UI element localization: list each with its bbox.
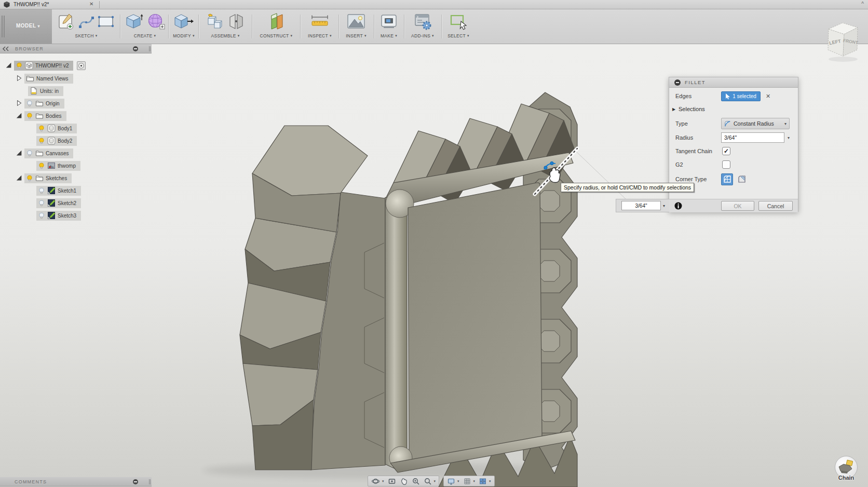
zoom-window-icon[interactable] (424, 477, 432, 485)
tangent-chain-checkbox[interactable]: ✓ (722, 147, 730, 155)
panel-options-icon[interactable] (133, 479, 138, 484)
tree-row-root[interactable]: THWOMP!! v2 (5, 60, 86, 71)
tree-row[interactable]: Sketch3 (36, 210, 81, 221)
tree-row[interactable]: Body2 (36, 136, 77, 146)
toolbar-group-addins[interactable]: ADD-INS▾ (405, 9, 440, 44)
new-component-icon[interactable] (206, 12, 225, 31)
look-at-icon[interactable] (388, 477, 396, 485)
expand-open-icon[interactable] (16, 112, 23, 119)
3d-print-icon[interactable] (379, 12, 398, 31)
expand-open-icon[interactable] (16, 150, 23, 157)
toolbar-group-make[interactable]: MAKE▾ (375, 9, 403, 44)
panel-resize-grip[interactable] (149, 479, 151, 484)
expand-section-icon[interactable]: ▶ (672, 107, 675, 112)
zoom-in-icon[interactable] (412, 477, 420, 485)
toolbar-group-construct[interactable]: CONSTRUCT▾ (253, 9, 299, 44)
bulb-on-icon[interactable] (26, 174, 33, 182)
chevron-down-icon[interactable]: ▾ (382, 479, 384, 483)
workspace-switcher[interactable]: MODEL ▾ (0, 9, 52, 44)
info-icon[interactable] (674, 202, 682, 210)
new-body-box-icon[interactable] (125, 12, 144, 31)
tree-row[interactable]: Body1 (36, 123, 77, 133)
tree-row[interactable]: Sketch1 (36, 185, 81, 196)
tree-row[interactable]: Origin (16, 98, 64, 109)
press-pull-icon[interactable] (173, 12, 194, 31)
pan-icon[interactable] (400, 477, 408, 485)
toolbar-group-modify[interactable]: MODIFY▾ (170, 9, 198, 44)
collapse-panel-icon[interactable] (3, 46, 9, 51)
panel-resize-grip[interactable] (149, 46, 151, 51)
bulb-on-icon[interactable] (38, 162, 45, 170)
chevron-down-icon[interactable]: ▾ (434, 479, 436, 483)
floating-radius-input[interactable]: 3/64" (621, 201, 661, 210)
toolbar-group-sketch[interactable]: SKETCH▾ (53, 9, 119, 44)
joint-icon[interactable] (227, 12, 245, 31)
fillet-dialog-header[interactable]: FILLET (669, 77, 798, 88)
scripts-addins-icon[interactable] (413, 12, 432, 31)
toolbar-group-inspect[interactable]: INSPECT▾ (302, 9, 338, 44)
tree-row[interactable]: Units: in (28, 86, 63, 96)
bulb-off-icon[interactable] (26, 150, 33, 157)
orbit-icon[interactable] (371, 477, 380, 485)
viewports-icon[interactable] (479, 477, 487, 485)
radius-input[interactable]: 3/64" (721, 132, 784, 143)
sketch-rectangle-icon[interactable] (97, 12, 115, 31)
chevron-down-icon[interactable]: ▾ (489, 479, 491, 483)
selections-row[interactable]: ▶ Selections (669, 103, 798, 115)
construction-plane-icon[interactable] (266, 12, 286, 31)
thwomp-model[interactable] (202, 92, 626, 487)
expand-open-icon[interactable] (16, 174, 23, 182)
bulb-on-icon[interactable] (38, 125, 45, 132)
bulb-on-icon[interactable] (26, 112, 33, 120)
expand-closed-icon[interactable] (16, 100, 23, 107)
toolbar-group-select[interactable]: SELECT▾ (442, 9, 474, 44)
spline-icon[interactable] (78, 12, 94, 31)
tree-row[interactable]: Bodies (16, 111, 66, 121)
bulb-off-icon[interactable] (26, 100, 33, 107)
bulb-off-icon[interactable] (38, 212, 45, 220)
select-window-icon[interactable] (449, 12, 468, 31)
comments-panel-header[interactable]: COMMENTS (0, 477, 152, 486)
viewport-canvas[interactable] (0, 0, 868, 487)
bulb-off-icon[interactable] (38, 199, 45, 207)
tree-row[interactable]: Canvases (16, 148, 73, 158)
tab-close-icon[interactable]: ✕ (89, 1, 93, 7)
collapse-toolbar-icon[interactable]: ^ (861, 1, 864, 7)
grid-snap-icon[interactable] (463, 477, 471, 485)
ok-button[interactable]: OK (721, 201, 754, 211)
create-sketch-icon[interactable] (58, 12, 75, 31)
tree-row[interactable]: Named Views (16, 73, 73, 84)
edges-selection-button[interactable]: 1 selected (721, 91, 761, 101)
expand-closed-icon[interactable] (16, 75, 23, 82)
dialog-drag-handle-icon[interactable] (674, 79, 681, 86)
form-sphere-icon[interactable] (147, 12, 166, 31)
expand-open-icon[interactable] (5, 62, 12, 69)
activate-component-button[interactable] (77, 61, 86, 70)
bulb-off-icon[interactable] (38, 187, 45, 195)
measure-icon[interactable] (310, 12, 330, 31)
tree-row[interactable]: thwomp (36, 160, 80, 171)
tree-row[interactable]: Sketches (16, 173, 72, 183)
display-settings-icon[interactable] (447, 477, 455, 485)
viewcube[interactable]: LEFT FRONT (819, 12, 868, 63)
toolbar-group-insert[interactable]: INSERT▾ (340, 9, 373, 44)
document-tab-title[interactable]: THWOMP!! v2* (13, 2, 49, 7)
chevron-down-icon[interactable]: ▾ (788, 136, 790, 140)
tree-row[interactable]: Sketch2 (36, 198, 81, 208)
cancel-button[interactable]: Cancel (758, 201, 793, 211)
clear-selection-icon[interactable]: ✕ (766, 93, 770, 100)
chevron-down-icon[interactable]: ▾ (663, 204, 665, 208)
bulb-on-icon[interactable] (38, 137, 45, 145)
g2-checkbox[interactable] (722, 160, 730, 169)
toolbar-grip[interactable] (2, 16, 5, 37)
corner-type-setback-button[interactable] (736, 173, 748, 185)
chevron-down-icon[interactable]: ▾ (473, 479, 476, 483)
browser-panel-header[interactable]: BROWSER (0, 44, 152, 53)
fillet-type-dropdown[interactable]: Constant Radius ▾ (721, 118, 790, 129)
toolbar-group-create[interactable]: CREATE▾ (123, 9, 167, 44)
bulb-on-icon[interactable] (16, 62, 23, 70)
toolbar-group-assemble[interactable]: ASSEMBLE▾ (200, 9, 251, 44)
panel-options-icon[interactable] (133, 46, 138, 51)
insert-image-icon[interactable] (346, 12, 366, 31)
corner-type-roll-button[interactable] (721, 173, 733, 185)
